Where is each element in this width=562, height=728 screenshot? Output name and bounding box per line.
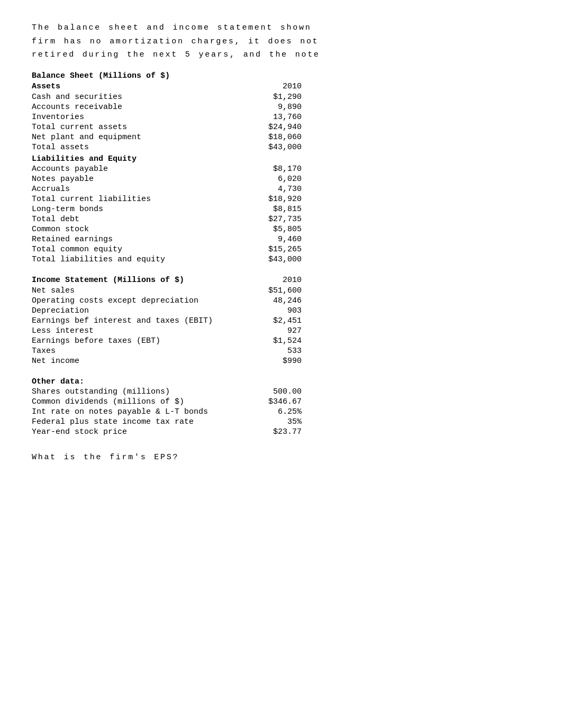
total-current-liabilities-value: $18,920 [235,194,307,204]
operating-costs-label: Operating costs except depreciation [32,296,235,306]
taxes-row: Taxes 533 [32,346,307,356]
intro-line-3: retired during the next 5 years, and the… [32,48,530,62]
assets-label: Assets [32,81,235,92]
inventories-value: 13,760 [235,112,307,122]
long-term-bonds-row: Long-term bonds $8,815 [32,204,307,214]
balance-sheet-title: Balance Sheet (Millions of $) [32,71,530,80]
accruals-row: Accruals 4,730 [32,184,307,194]
common-stock-label: Common stock [32,224,235,234]
liabilities-header-row: Liabilities and Equity [32,152,307,164]
total-liabilities-equity-value: $43,000 [235,254,307,265]
total-current-assets-value: $24,940 [235,122,307,132]
common-dividends-label: Common dividends (millions of $) [32,397,235,407]
accounts-payable-label: Accounts payable [32,164,235,174]
total-common-equity-value: $15,265 [235,244,307,254]
notes-payable-label: Notes payable [32,174,235,184]
assets-header-row: Assets 2010 [32,81,307,92]
inventories-label: Inventories [32,112,235,122]
tax-rate-value: 35% [235,417,307,427]
income-statement-year: 2010 [235,275,307,286]
tax-rate-row: Federal plus state income tax rate 35% [32,417,307,427]
accounts-receivable-label: Accounts receivable [32,102,235,112]
int-rate-value: 6.25% [235,407,307,417]
accounts-payable-value: $8,170 [235,164,307,174]
total-debt-value: $27,735 [235,214,307,224]
intro-text: The balance sheet and income statement s… [32,21,530,62]
accounts-payable-row: Accounts payable $8,170 [32,164,307,174]
taxes-label: Taxes [32,346,235,356]
income-statement-table: Income Statement (Millions of $) 2010 Ne… [32,275,307,366]
net-sales-row: Net sales $51,600 [32,286,307,296]
total-debt-row: Total debt $27,735 [32,214,307,224]
total-current-liabilities-row: Total current liabilities $18,920 [32,194,307,204]
total-assets-label: Total assets [32,142,235,152]
other-data-table: Other data: Shares outstanding (millions… [32,377,307,437]
shares-outstanding-label: Shares outstanding (millions) [32,387,235,397]
total-current-assets-label: Total current assets [32,122,235,132]
total-liabilities-equity-row: Total liabilities and equity $43,000 [32,254,307,265]
less-interest-label: Less interest [32,326,235,336]
intro-line-2: firm has no amortization charges, it doe… [32,35,530,49]
common-dividends-row: Common dividends (millions of $) $346.67 [32,397,307,407]
retained-earnings-label: Retained earnings [32,234,235,244]
accounts-receivable-row: Accounts receivable 9,890 [32,102,307,112]
net-plant-label: Net plant and equipment [32,132,235,142]
ebit-value: $2,451 [235,316,307,326]
long-term-bonds-value: $8,815 [235,204,307,214]
total-common-equity-row: Total common equity $15,265 [32,244,307,254]
ebt-row: Earnings before taxes (EBT) $1,524 [32,336,307,346]
question-text: What is the firm's EPS? [32,453,530,462]
other-data-header-row: Other data: [32,377,307,387]
shares-outstanding-value: 500.00 [235,387,307,397]
cash-row: Cash and securities $1,290 [32,92,307,102]
net-income-label: Net income [32,356,235,366]
ebit-row: Earnings bef interest and taxes (EBIT) $… [32,316,307,326]
long-term-bonds-label: Long-term bonds [32,204,235,214]
net-plant-value: $18,060 [235,132,307,142]
depreciation-row: Depreciation 903 [32,306,307,316]
depreciation-label: Depreciation [32,306,235,316]
stock-price-label: Year-end stock price [32,427,235,437]
less-interest-row: Less interest 927 [32,326,307,336]
common-stock-row: Common stock $5,805 [32,224,307,234]
stock-price-row: Year-end stock price $23.77 [32,427,307,437]
liabilities-label: Liabilities and Equity [32,152,235,164]
total-current-liabilities-label: Total current liabilities [32,194,235,204]
total-assets-value: $43,000 [235,142,307,152]
less-interest-value: 927 [235,326,307,336]
inventories-row: Inventories 13,760 [32,112,307,122]
income-statement-section: Income Statement (Millions of $) 2010 Ne… [32,275,530,366]
cash-value: $1,290 [235,92,307,102]
income-statement-title: Income Statement (Millions of $) [32,275,235,286]
total-debt-label: Total debt [32,214,235,224]
income-header-row: Income Statement (Millions of $) 2010 [32,275,307,286]
tax-rate-label: Federal plus state income tax rate [32,417,235,427]
net-plant-row: Net plant and equipment $18,060 [32,132,307,142]
ebt-label: Earnings before taxes (EBT) [32,336,235,346]
other-data-title: Other data: [32,377,235,387]
taxes-value: 533 [235,346,307,356]
intro-line-1: The balance sheet and income statement s… [32,21,530,35]
total-current-assets-row: Total current assets $24,940 [32,122,307,132]
net-income-row: Net income $990 [32,356,307,366]
operating-costs-value: 48,246 [235,296,307,306]
total-common-equity-label: Total common equity [32,244,235,254]
cash-label: Cash and securities [32,92,235,102]
retained-earnings-row: Retained earnings 9,460 [32,234,307,244]
accounts-receivable-value: 9,890 [235,102,307,112]
int-rate-label: Int rate on notes payable & L-T bonds [32,407,235,417]
spacer-1 [32,268,530,275]
spacer-2 [32,369,530,377]
notes-payable-row: Notes payable 6,020 [32,174,307,184]
balance-sheet-year: 2010 [235,81,307,92]
common-stock-value: $5,805 [235,224,307,234]
net-sales-label: Net sales [32,286,235,296]
balance-sheet-section: Balance Sheet (Millions of $) Assets 201… [32,71,530,265]
net-income-value: $990 [235,356,307,366]
net-sales-value: $51,600 [235,286,307,296]
balance-sheet-table: Assets 2010 Cash and securities $1,290 A… [32,81,307,265]
ebt-value: $1,524 [235,336,307,346]
stock-price-value: $23.77 [235,427,307,437]
retained-earnings-value: 9,460 [235,234,307,244]
ebit-label: Earnings bef interest and taxes (EBIT) [32,316,235,326]
